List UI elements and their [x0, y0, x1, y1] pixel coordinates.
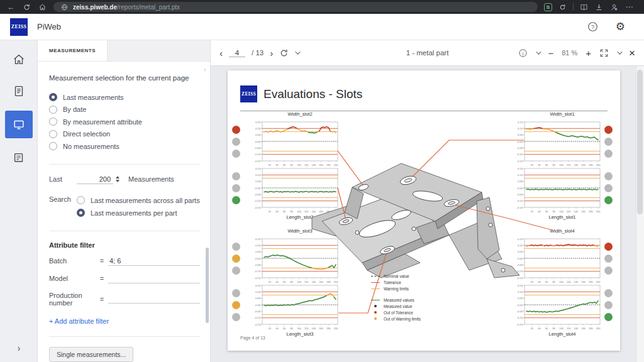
panel-collapse-icon[interactable]: ‹ — [204, 65, 206, 73]
svg-text:40: 40 — [538, 327, 541, 330]
svg-text:0.15: 0.15 — [255, 284, 261, 287]
batch-operator[interactable]: = — [100, 257, 108, 265]
measurements-suffix: Measurements — [128, 175, 174, 183]
sidebar-item-home[interactable] — [0, 48, 38, 72]
status-light-gray — [232, 138, 240, 146]
zoom-in-icon[interactable]: + — [586, 48, 591, 58]
single-measurements-button[interactable]: Single measurements... — [49, 347, 133, 362]
svg-text:-0.00: -0.00 — [254, 257, 261, 260]
last-count-input[interactable] — [77, 175, 113, 184]
radio-icon[interactable] — [49, 142, 57, 150]
production-number-input[interactable] — [108, 294, 200, 304]
svg-text:120: 120 — [567, 210, 571, 213]
radio-selected-icon[interactable] — [77, 209, 85, 217]
chart-width-slot1: Width_slot1 0.150.100.05-0.00-0.05-0.10-… — [508, 111, 602, 167]
sidebar-item-reports[interactable] — [0, 79, 38, 103]
extension-s-icon[interactable]: S — [544, 3, 552, 11]
radio-icon[interactable] — [49, 118, 57, 126]
status-light-gray — [604, 184, 613, 192]
svg-text:40: 40 — [275, 210, 279, 213]
svg-text:200: 200 — [334, 210, 338, 213]
refresh-options-chevron-icon[interactable] — [295, 49, 300, 54]
svg-text:80: 80 — [291, 210, 294, 213]
canvas-scrollbar[interactable] — [636, 66, 644, 362]
tab-measurements[interactable]: MEASUREMENTS — [38, 40, 108, 61]
radio-icon[interactable] — [49, 130, 57, 138]
svg-text:60: 60 — [283, 327, 286, 330]
svg-text:-0.15: -0.15 — [254, 323, 261, 326]
download-icon[interactable] — [594, 3, 604, 12]
chart-title: Length_slot2 — [245, 214, 340, 221]
fullscreen-icon[interactable] — [599, 48, 609, 58]
radio-icon[interactable] — [49, 106, 57, 114]
radio-option-per-part[interactable]: Last measurements per part — [77, 207, 200, 219]
svg-text:0.15: 0.15 — [255, 121, 261, 124]
measurements-panel: MEASUREMENTS ‹ Measurement selection for… — [38, 40, 211, 362]
prev-page-icon[interactable]: ‹ — [219, 48, 223, 58]
svg-text:100: 100 — [559, 327, 564, 330]
svg-text:20: 20 — [268, 327, 271, 330]
panel-scrollbar[interactable] — [206, 248, 209, 323]
close-icon[interactable]: × — [629, 48, 635, 58]
svg-text:-0.05: -0.05 — [254, 146, 261, 150]
model-operator[interactable]: = — [100, 275, 108, 282]
legend-item: Nominal value — [371, 273, 421, 279]
refresh-icon[interactable] — [279, 48, 289, 58]
back-icon[interactable]: ← — [6, 3, 16, 12]
fullscreen-options-chevron-icon[interactable] — [617, 49, 622, 54]
zoom-out-icon[interactable]: − — [548, 48, 553, 58]
page-total: / 13 — [252, 49, 264, 57]
chart-width-slot4: Width_slot4 0.150.100.05-0.00-0.05-0.10-… — [508, 228, 602, 284]
model-input[interactable] — [108, 274, 200, 283]
svg-text:-0.15: -0.15 — [254, 277, 261, 280]
batch-input[interactable] — [108, 256, 200, 266]
svg-text:-0.10: -0.10 — [254, 270, 261, 273]
radio-option-direct-selection[interactable]: Direct selection — [49, 128, 200, 141]
svg-text:140: 140 — [312, 327, 316, 330]
next-page-icon[interactable]: › — [270, 48, 273, 58]
svg-text:-0.10: -0.10 — [254, 153, 261, 156]
sidebar-item-forms[interactable] — [0, 146, 38, 170]
info-options-chevron-icon[interactable] — [536, 49, 541, 54]
status-light-yellow — [232, 255, 240, 263]
radio-icon[interactable] — [77, 196, 85, 204]
stepper[interactable] — [116, 176, 119, 182]
info-icon[interactable]: i — [518, 48, 528, 58]
status-lights-width-slot3 — [232, 243, 240, 275]
production-number-operator[interactable]: = — [100, 295, 108, 303]
status-light-gray — [232, 266, 240, 275]
svg-text:20: 20 — [530, 210, 533, 213]
add-attribute-filter-link[interactable]: + Add attribute filter — [49, 317, 109, 325]
home-icon[interactable] — [38, 3, 47, 12]
profile-icon[interactable] — [609, 3, 619, 12]
reload-icon[interactable] — [22, 3, 31, 12]
more-menu-icon[interactable]: ⋯ — [625, 3, 634, 12]
radio-option-by-date[interactable]: By date — [49, 104, 200, 116]
settings-gear-icon[interactable]: ⚙ — [616, 21, 625, 32]
page-number-input[interactable] — [229, 49, 245, 57]
status-light-green — [232, 196, 240, 204]
canvas-scrollbar-thumb[interactable] — [637, 70, 643, 214]
status-light-gray — [232, 150, 240, 158]
svg-text:-0.15: -0.15 — [516, 206, 523, 209]
radio-option-across-all-parts[interactable]: Last measurements across all parts — [77, 194, 200, 207]
extension-sync-icon[interactable] — [558, 3, 567, 12]
svg-text:80: 80 — [291, 327, 294, 330]
radio-option-last-measurements[interactable]: Last measurements — [49, 91, 200, 104]
svg-text:0.05: 0.05 — [518, 250, 523, 253]
radio-option-by-measurement-attribute[interactable]: By measurement attribute — [49, 116, 200, 128]
status-light-red — [604, 243, 613, 251]
url-bar[interactable]: zeiss.piweb.de/reports/metal_part.ptx — [53, 2, 538, 12]
divider — [573, 3, 574, 11]
svg-text:200: 200 — [596, 327, 601, 330]
svg-text:0.15: 0.15 — [518, 167, 523, 170]
svg-text:-0.05: -0.05 — [254, 263, 261, 266]
sidebar-item-viewer[interactable] — [5, 111, 33, 138]
radio-selected-icon[interactable] — [49, 93, 57, 101]
collections-book-icon[interactable] — [579, 3, 589, 12]
help-icon[interactable]: ? — [587, 21, 598, 32]
rail-expand-chevron[interactable]: › — [0, 343, 38, 353]
radio-option-no-measurements[interactable]: No measurements — [49, 140, 200, 153]
svg-text:-0.15: -0.15 — [254, 160, 261, 163]
svg-text:60: 60 — [545, 210, 548, 213]
